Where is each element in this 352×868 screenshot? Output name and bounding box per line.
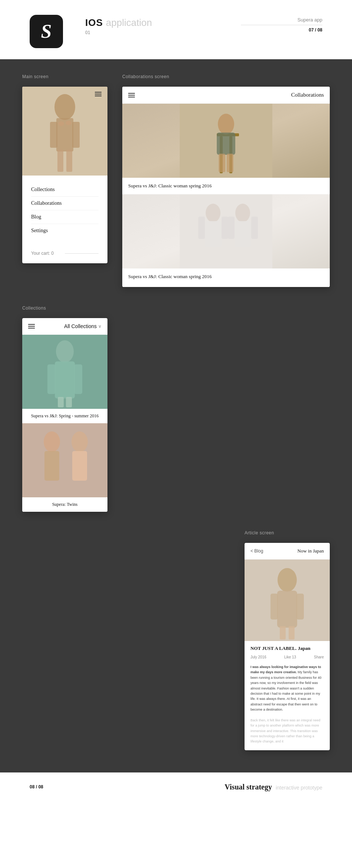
article-body-normal: My family has been running a tourism ori… — [250, 670, 322, 711]
cart-bar: Your cart: 0 — [22, 245, 107, 263]
cart-label: Your cart: 0 — [31, 251, 54, 256]
svg-point-13 — [218, 114, 234, 134]
svg-rect-20 — [198, 217, 205, 239]
menu-item-blog[interactable]: Blog — [31, 210, 99, 224]
svg-rect-4 — [72, 122, 80, 148]
svg-rect-19 — [205, 221, 222, 247]
page-separator: / — [315, 27, 318, 33]
svg-rect-25 — [251, 217, 258, 239]
page-total: 08 — [318, 27, 322, 33]
svg-rect-44 — [289, 626, 295, 640]
cart-divider-line — [65, 253, 99, 254]
svg-rect-23 — [235, 221, 251, 247]
footer-page-number: 08 / 08 — [30, 784, 43, 789]
menu-item-settings[interactable]: Settings — [31, 224, 99, 237]
svg-rect-21 — [222, 217, 228, 239]
coll-figure-2-svg — [22, 423, 107, 497]
article-hero-image — [245, 560, 330, 641]
coll-ham-line-2 — [28, 326, 35, 327]
collab-caption-1: Supera vs J&J: Classic woman spring 2016 — [122, 178, 330, 194]
collab-screen-column: Collaborations screen Collaborations — [122, 74, 330, 287]
svg-rect-41 — [270, 594, 278, 620]
footer-interactive-label: interactive prototype — [276, 785, 322, 791]
footer-right: Visual strategy interactive prototype — [225, 783, 322, 791]
svg-rect-5 — [57, 150, 63, 172]
main-screen-mockup: Collections Collaborations Blog Settings… — [22, 87, 107, 263]
collab-screen-title: Collaborations — [291, 92, 324, 98]
svg-point-27 — [56, 340, 74, 363]
collab-figure-2-svg — [122, 194, 330, 268]
app-logo: S — [30, 15, 63, 48]
footer-visual-label: Visual strategy — [225, 783, 272, 791]
svg-rect-3 — [50, 122, 57, 148]
main-screen-column: Main screen — [22, 74, 107, 287]
page-footer: 08 / 08 Visual strategy interactive prot… — [0, 772, 352, 802]
collab-ham-line-3 — [128, 97, 135, 97]
collections-mockup: All Collections ∨ Supera vs J&J: Spring … — [22, 318, 107, 512]
menu-item-collaborations[interactable]: Collaborations — [31, 197, 99, 210]
app-type-light: application — [106, 17, 152, 29]
main-hero-image — [22, 87, 107, 176]
article-back-button[interactable]: < Blog — [250, 548, 263, 554]
article-section: Article screen < Blog Now in Japan — [22, 530, 330, 750]
collections-title-row: All Collections ∨ — [64, 323, 102, 329]
svg-rect-14 — [217, 133, 235, 155]
title-row: IOS application — [85, 17, 241, 29]
app-type-bold: IOS — [85, 17, 103, 29]
collections-caption-2: Supera: Twins — [22, 497, 107, 512]
svg-rect-6 — [66, 150, 72, 172]
collections-header-bar: All Collections ∨ — [22, 318, 107, 335]
hamburger-line-2 — [95, 94, 102, 94]
page-number: 07 / 08 — [241, 27, 322, 33]
collections-title: All Collections — [64, 323, 97, 329]
svg-point-7 — [58, 121, 64, 126]
svg-rect-29 — [47, 364, 56, 394]
hamburger-icon[interactable] — [95, 92, 102, 96]
header-right: Supera app 07 / 08 — [241, 15, 322, 33]
svg-point-22 — [235, 204, 250, 222]
article-spacer — [22, 530, 230, 750]
svg-rect-32 — [66, 397, 72, 407]
svg-rect-24 — [228, 217, 235, 239]
article-title: NOT JUST A LABEL. Japan — [245, 641, 330, 654]
collab-ham-line-2 — [128, 95, 135, 96]
article-meta-bar: July 2016 Like 13 Share — [245, 654, 330, 663]
svg-rect-33 — [22, 423, 107, 497]
header-center: IOS application 01 — [85, 15, 241, 35]
article-mockup: < Blog Now in Japan — [245, 543, 330, 750]
hamburger-line-3 — [95, 96, 102, 96]
collab-figure-1-svg — [122, 104, 330, 178]
article-share[interactable]: Share — [314, 655, 324, 659]
svg-point-36 — [72, 431, 88, 452]
article-section-label: Article screen — [245, 530, 330, 535]
article-right-col: Article screen < Blog Now in Japan — [245, 530, 330, 750]
svg-point-8 — [66, 121, 72, 125]
footer-page-total: 08 — [38, 784, 43, 789]
article-like[interactable]: Like 13 — [284, 655, 296, 659]
svg-point-39 — [278, 568, 297, 592]
top-screens-row: Main screen — [22, 74, 330, 287]
collab-image-1 — [122, 104, 330, 178]
header-divider — [241, 25, 322, 25]
page-header: S IOS application 01 Supera app 07 / 08 — [0, 0, 352, 59]
svg-rect-16 — [227, 154, 233, 172]
article-figure-svg — [245, 560, 330, 641]
svg-rect-15 — [219, 154, 225, 172]
collab-image-2 — [122, 194, 330, 268]
article-body-light: Back then, it felt like there was an int… — [250, 718, 321, 744]
article-row: Article screen < Blog Now in Japan — [22, 530, 330, 750]
collab-screen-mockup: Collaborations — [122, 87, 330, 287]
menu-item-collections[interactable]: Collections — [31, 183, 99, 196]
collab-ham-line-1 — [128, 93, 135, 94]
svg-point-18 — [206, 204, 220, 222]
collab-hamburger-icon[interactable] — [128, 93, 135, 97]
supera-label: Supera app — [241, 17, 322, 23]
article-header-bar: < Blog Now in Japan — [245, 543, 330, 560]
svg-point-34 — [44, 431, 60, 452]
svg-point-1 — [54, 94, 75, 120]
collab-screen-label: Collaborations screen — [122, 74, 330, 79]
dark-section: Main screen — [0, 59, 352, 772]
collections-hamburger-icon[interactable] — [28, 324, 35, 328]
page-current: 07 — [309, 27, 313, 33]
dropdown-arrow-icon[interactable]: ∨ — [98, 324, 102, 329]
